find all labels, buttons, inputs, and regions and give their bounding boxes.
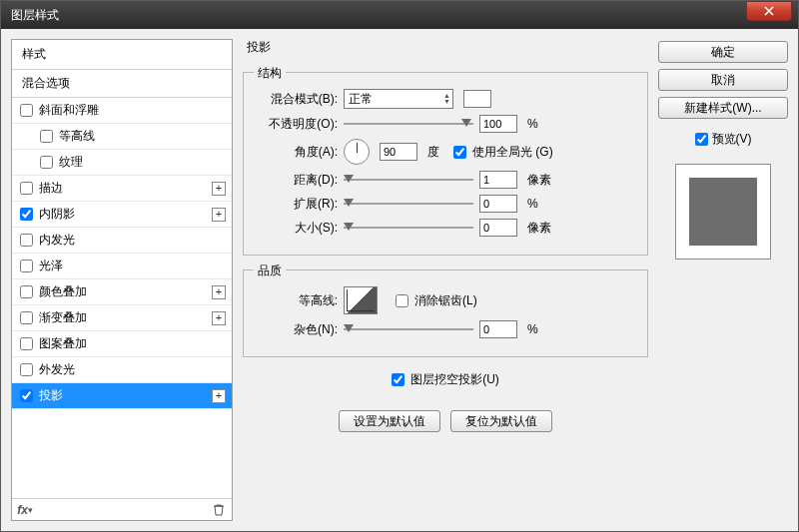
knockout-label: 图层挖空投影(U)	[410, 371, 499, 388]
opacity-input[interactable]	[479, 115, 517, 133]
antialias-label: 消除锯齿(L)	[414, 292, 477, 309]
style-item-label: 投影	[39, 387, 63, 404]
global-light-checkbox[interactable]	[453, 146, 466, 159]
style-item-5[interactable]: 内发光	[12, 228, 232, 254]
add-effect-icon[interactable]: +	[212, 182, 226, 196]
noise-slider[interactable]	[344, 322, 473, 336]
style-item-checkbox[interactable]	[20, 182, 33, 195]
preview-row: 预览(V)	[658, 131, 788, 148]
size-row: 大小(S): 像素	[256, 219, 635, 237]
trash-icon[interactable]	[212, 503, 226, 517]
style-item-checkbox[interactable]	[20, 208, 33, 221]
reset-default-button[interactable]: 复位为默认值	[450, 410, 552, 432]
style-item-checkbox[interactable]	[20, 389, 33, 402]
section-title: 投影	[247, 39, 648, 56]
add-effect-icon[interactable]: +	[212, 311, 226, 325]
window-title: 图层样式	[11, 7, 746, 24]
global-light-label: 使用全局光 (G)	[472, 144, 553, 161]
angle-row: 角度(A): 度 使用全局光 (G)	[256, 139, 635, 165]
style-item-1[interactable]: 等高线	[12, 124, 232, 150]
style-item-11[interactable]: 投影+	[12, 383, 232, 409]
style-item-3[interactable]: 描边+	[12, 176, 232, 202]
distance-input[interactable]	[479, 171, 517, 189]
size-unit: 像素	[527, 220, 551, 237]
shadow-color-swatch[interactable]	[463, 90, 491, 108]
contour-label: 等高线:	[256, 292, 338, 309]
style-item-0[interactable]: 斜面和浮雕	[12, 98, 232, 124]
angle-input[interactable]	[380, 143, 417, 161]
spread-slider[interactable]	[344, 197, 473, 211]
styles-panel: 样式 混合选项 斜面和浮雕等高线纹理描边+内阴影+内发光光泽颜色叠加+渐变叠加+…	[11, 39, 233, 521]
preview-checkbox[interactable]	[695, 133, 708, 146]
blend-options-header[interactable]: 混合选项	[12, 70, 232, 98]
style-item-9[interactable]: 图案叠加	[12, 331, 232, 357]
style-item-checkbox[interactable]	[40, 156, 53, 169]
antialias-checkbox[interactable]	[396, 294, 408, 307]
style-item-10[interactable]: 外发光	[12, 357, 232, 383]
style-item-checkbox[interactable]	[20, 337, 33, 350]
style-item-label: 描边	[39, 180, 63, 197]
blend-mode-value: 正常	[349, 91, 373, 108]
style-item-checkbox[interactable]	[20, 363, 33, 376]
contour-picker[interactable]	[344, 286, 378, 314]
spread-input[interactable]	[479, 195, 517, 213]
blend-mode-label: 混合模式(B):	[256, 91, 338, 108]
style-item-6[interactable]: 光泽	[12, 254, 232, 279]
action-panel: 确定 取消 新建样式(W)... 预览(V)	[658, 39, 788, 521]
angle-unit: 度	[427, 144, 439, 161]
noise-input[interactable]	[479, 320, 517, 338]
distance-row: 距离(D): 像素	[256, 171, 635, 189]
close-button[interactable]	[746, 1, 792, 21]
size-slider[interactable]	[344, 221, 473, 235]
spread-label: 扩展(R):	[256, 196, 338, 213]
distance-slider[interactable]	[344, 173, 473, 187]
distance-unit: 像素	[527, 172, 551, 189]
titlebar: 图层样式	[1, 1, 798, 29]
add-effect-icon[interactable]: +	[212, 285, 226, 299]
preview-swatch	[689, 178, 757, 246]
spread-unit: %	[527, 197, 538, 211]
style-item-checkbox[interactable]	[20, 260, 33, 272]
style-item-label: 外发光	[39, 361, 75, 378]
style-item-checkbox[interactable]	[40, 130, 53, 143]
ok-button[interactable]: 确定	[658, 41, 788, 63]
size-input[interactable]	[479, 219, 517, 237]
noise-label: 杂色(N):	[256, 321, 338, 338]
styles-footer: fx▾	[12, 498, 232, 520]
style-item-checkbox[interactable]	[20, 234, 33, 247]
style-item-label: 内发光	[39, 232, 75, 249]
opacity-label: 不透明度(O):	[256, 116, 338, 133]
knockout-checkbox[interactable]	[392, 373, 404, 386]
style-item-4[interactable]: 内阴影+	[12, 202, 232, 228]
styles-header[interactable]: 样式	[12, 40, 232, 70]
quality-group: 品质 等高线: 消除锯齿(L) 杂色(N): %	[243, 269, 648, 357]
style-item-checkbox[interactable]	[20, 104, 33, 117]
style-item-checkbox[interactable]	[20, 311, 33, 324]
style-item-label: 内阴影	[39, 206, 75, 223]
preview-label: 预览(V)	[712, 131, 752, 148]
style-item-label: 纹理	[59, 154, 83, 171]
structure-group: 结构 混合模式(B): 正常 ▲▼ 不透明度(O): % 角度(A	[243, 72, 648, 256]
style-item-label: 光泽	[39, 258, 63, 274]
new-style-button[interactable]: 新建样式(W)...	[658, 97, 788, 119]
cancel-button[interactable]: 取消	[658, 69, 788, 91]
settings-panel: 投影 结构 混合模式(B): 正常 ▲▼ 不透明度(O): %	[243, 39, 648, 521]
style-item-2[interactable]: 纹理	[12, 150, 232, 176]
style-item-7[interactable]: 颜色叠加+	[12, 279, 232, 305]
knockout-row: 图层挖空投影(U)	[243, 371, 648, 388]
blend-mode-select[interactable]: 正常 ▲▼	[344, 89, 453, 109]
add-effect-icon[interactable]: +	[212, 389, 226, 403]
make-default-button[interactable]: 设置为默认值	[339, 410, 440, 432]
style-item-checkbox[interactable]	[20, 285, 33, 298]
contour-row: 等高线: 消除锯齿(L)	[256, 286, 635, 314]
fx-icon[interactable]: fx▾	[18, 503, 32, 517]
default-buttons-row: 设置为默认值 复位为默认值	[243, 410, 648, 432]
angle-dial[interactable]	[344, 139, 370, 165]
add-effect-icon[interactable]: +	[212, 208, 226, 222]
style-item-8[interactable]: 渐变叠加+	[12, 305, 232, 331]
quality-legend: 品质	[254, 263, 286, 279]
style-item-label: 渐变叠加	[39, 309, 87, 326]
opacity-row: 不透明度(O): %	[256, 115, 635, 133]
opacity-slider[interactable]	[344, 117, 473, 131]
style-item-label: 等高线	[59, 128, 95, 145]
